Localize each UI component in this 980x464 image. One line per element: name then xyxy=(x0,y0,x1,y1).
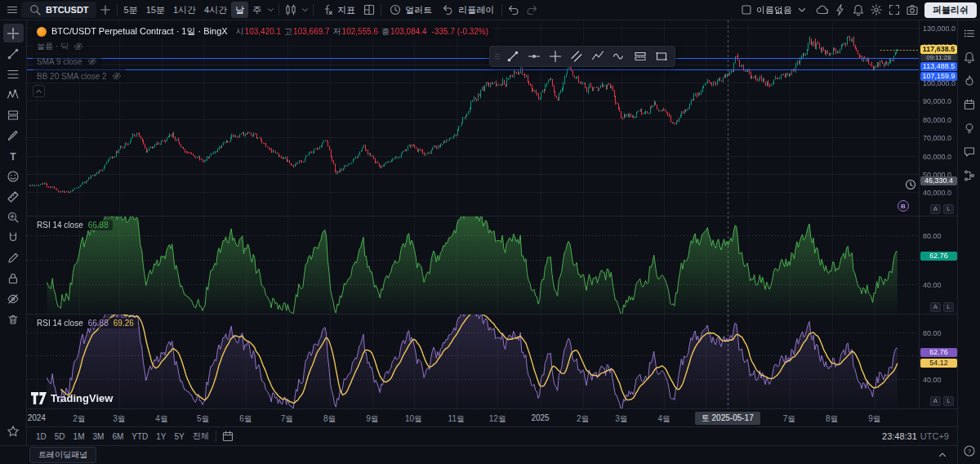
trend-line-tool[interactable] xyxy=(502,47,523,65)
fullscreen-icon[interactable] xyxy=(885,2,903,18)
interval-button-3[interactable]: 1시간 xyxy=(169,2,200,18)
log-scale-button[interactable]: L xyxy=(943,396,954,406)
layout-name-button[interactable]: 이름없음 xyxy=(735,2,813,18)
hline-price-badge[interactable]: 113,488.5 xyxy=(920,62,957,71)
range-5Y-button[interactable]: 5Y xyxy=(171,431,189,443)
visibility-eye-icon[interactable] xyxy=(111,70,122,82)
range-1Y-button[interactable]: 1Y xyxy=(152,431,170,443)
bar-countdown-badge[interactable]: 09:11:28 xyxy=(920,54,957,61)
long-short-position-tool[interactable] xyxy=(3,105,24,124)
hotlists-icon[interactable] xyxy=(960,73,978,89)
time-axis[interactable]: 20242월3월4월5월6월7월8월9월10월11월12월20252월3월4월5… xyxy=(27,408,957,426)
rectangle-tool[interactable] xyxy=(651,47,672,65)
text-tool[interactable]: T xyxy=(3,146,24,165)
hline-price-badge[interactable]: 107,159.9 xyxy=(920,72,957,81)
crosshair-tool[interactable] xyxy=(3,24,24,42)
compare-add-icon[interactable] xyxy=(96,2,114,18)
rsi-value-badge[interactable]: 62.76 xyxy=(920,252,957,261)
chat-icon[interactable] xyxy=(960,144,978,160)
cross-line-tool[interactable] xyxy=(545,47,566,65)
xabcd-pattern-tool[interactable] xyxy=(3,85,24,104)
range-5D-button[interactable]: 5D xyxy=(51,431,69,443)
go-to-date-icon[interactable] xyxy=(219,428,237,444)
help-icon[interactable]: ? xyxy=(960,443,978,459)
range-YTD-button[interactable]: YTD xyxy=(127,431,152,443)
visibility-eye-icon[interactable] xyxy=(87,56,98,67)
measure-tool[interactable] xyxy=(3,187,24,206)
interval-button-4[interactable]: 4시간 xyxy=(200,2,231,18)
magnet-tool[interactable] xyxy=(3,228,24,247)
range-전체-button[interactable]: 전체 xyxy=(189,429,213,444)
notifications-icon[interactable] xyxy=(849,2,867,18)
indicator-legend-row[interactable]: BB 20 SMA close 2 xyxy=(33,69,127,83)
indicator-templates-icon[interactable] xyxy=(360,2,378,18)
auto-scale-button[interactable]: A xyxy=(930,396,941,406)
parallel-channel-tool[interactable] xyxy=(566,47,587,65)
price-alert-icon[interactable] xyxy=(904,178,917,191)
hide-drawings-tool[interactable] xyxy=(3,289,24,308)
pane-separator[interactable] xyxy=(27,314,957,315)
indicators-button[interactable]: 지표 xyxy=(316,2,360,18)
alerts-icon[interactable] xyxy=(960,49,978,65)
ideas-icon[interactable] xyxy=(960,120,978,136)
interval-button-1[interactable]: 5분 xyxy=(120,2,142,18)
range-1M-button[interactable]: 1M xyxy=(69,431,89,443)
quick-search-icon[interactable] xyxy=(831,2,849,18)
symbol-legend-row[interactable]: BTC/USDT Perpetual Contract · 1일 · BingX… xyxy=(33,25,492,38)
settings-gear-icon[interactable] xyxy=(867,2,885,18)
trading-panel-tab[interactable]: 트레이딩패널 xyxy=(29,447,96,463)
camera-icon[interactable] xyxy=(903,2,921,18)
log-scale-button[interactable]: L xyxy=(943,302,954,312)
drag-handle-icon[interactable] xyxy=(492,50,502,63)
lock-all-tool[interactable] xyxy=(3,269,24,288)
last-price-badge[interactable]: 117,638.5 xyxy=(920,45,957,54)
floating-drawing-toolbar[interactable] xyxy=(489,46,675,67)
chart-type-chevron-icon[interactable] xyxy=(300,2,310,18)
rsi2-scale[interactable]: A L 80.0040.0062.7654.12 xyxy=(919,315,957,408)
auto-scale-button[interactable]: A xyxy=(930,204,941,214)
range-3M-button[interactable]: 3M xyxy=(89,431,109,443)
range-6M-button[interactable]: 6M xyxy=(108,431,127,443)
price-scale[interactable]: A L 130,000.0120,000.0110,000.0100,000.0… xyxy=(919,20,957,216)
watchlist-icon[interactable] xyxy=(960,25,978,42)
interval-button-6[interactable]: 주 xyxy=(248,2,265,18)
visibility-eye-icon[interactable] xyxy=(73,41,84,52)
rsi-value-badge[interactable]: 62.76 xyxy=(920,348,957,357)
zoom-in-tool[interactable] xyxy=(3,207,24,226)
rsi1-legend[interactable]: RSI 14 close 66.88 xyxy=(33,220,113,230)
long-position-tool[interactable] xyxy=(630,47,651,65)
replay-button[interactable]: 리플레이 xyxy=(437,2,499,18)
rsi-pane2-canvas[interactable] xyxy=(27,315,919,408)
redo-icon[interactable] xyxy=(523,2,541,18)
log-scale-button[interactable]: L xyxy=(943,204,954,214)
alert-price-badge[interactable]: 46,330.4 xyxy=(920,176,957,185)
cloud-save-icon[interactable] xyxy=(813,2,831,18)
brush-tool[interactable] xyxy=(3,126,24,145)
pane-separator[interactable] xyxy=(27,216,957,216)
calendar-icon[interactable] xyxy=(960,96,978,113)
indicator-legend-row[interactable]: 볼륨 · 딕 xyxy=(33,40,88,53)
chart-type-icon[interactable] xyxy=(282,2,300,18)
remove-drawings-tool[interactable] xyxy=(3,310,24,328)
clock-area[interactable]: 23:48:31 UTC+9 xyxy=(882,431,952,441)
auto-scale-button[interactable]: A xyxy=(930,302,941,312)
undo-icon[interactable] xyxy=(505,2,523,18)
interval-button-5[interactable]: 날 xyxy=(231,2,248,18)
interval-chevron-icon[interactable] xyxy=(265,2,276,18)
rsi-pane1-canvas[interactable] xyxy=(27,216,919,315)
favorites-star-icon[interactable] xyxy=(3,422,24,440)
publish-button[interactable]: 퍼블리쉬 xyxy=(924,2,977,18)
panel-expand-chevron-icon[interactable] xyxy=(934,448,951,462)
pencil-tool[interactable] xyxy=(3,248,24,267)
emoji-tool[interactable] xyxy=(3,167,24,185)
main-menu-icon[interactable] xyxy=(3,2,21,18)
rsi1-scale[interactable]: A L 80.0040.0062.76 xyxy=(919,216,957,315)
rsi2-legend[interactable]: RSI 14 close 66.88 69.26 xyxy=(33,318,138,328)
zigzag-tool[interactable] xyxy=(587,47,608,65)
interval-button-2[interactable]: 15분 xyxy=(142,2,169,18)
wave-tool[interactable] xyxy=(608,47,630,65)
rsi-ma-value-badge[interactable]: 54.12 xyxy=(920,359,957,368)
fib-retracement-tool[interactable] xyxy=(3,65,24,83)
indicator-legend-row[interactable]: SMA 9 close xyxy=(33,55,102,68)
trend-line-tool[interactable] xyxy=(3,44,24,63)
